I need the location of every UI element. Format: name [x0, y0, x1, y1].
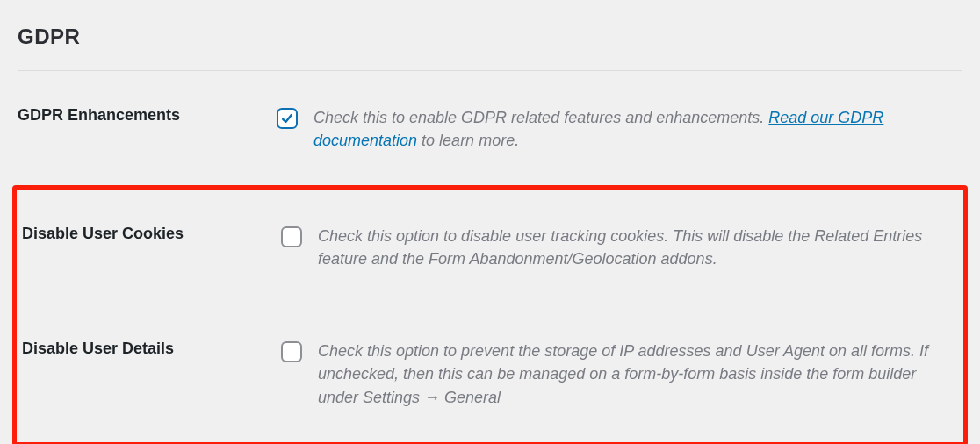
desc-text-before: Check this to enable GDPR related featur…	[313, 109, 768, 126]
section-title: GDPR	[18, 25, 962, 49]
checkbox-wrapper	[277, 106, 313, 129]
desc-disable-user-cookies: Check this option to disable user tracki…	[318, 225, 958, 270]
desc-gdpr-enhancements: Check this to enable GDPR related featur…	[313, 106, 962, 152]
checkbox-wrapper	[281, 225, 318, 247]
row-disable-user-details: Disable User Details Check this option t…	[17, 304, 963, 441]
label-gdpr-enhancements: GDPR Enhancements	[18, 106, 277, 125]
checkbox-disable-user-cookies[interactable]	[281, 226, 302, 247]
row-gdpr-enhancements: GDPR Enhancements Check this to enable G…	[18, 70, 962, 185]
label-disable-user-details: Disable User Details	[22, 340, 281, 358]
check-icon	[280, 111, 294, 125]
desc-text-after: to learn more.	[417, 132, 519, 149]
label-disable-user-cookies: Disable User Cookies	[22, 225, 281, 243]
row-disable-user-cookies: Disable User Cookies Check this option t…	[17, 190, 963, 304]
highlight-box: Disable User Cookies Check this option t…	[12, 185, 968, 444]
checkbox-disable-user-details[interactable]	[281, 341, 302, 362]
desc-disable-user-details: Check this option to prevent the storage…	[318, 340, 958, 408]
checkbox-gdpr-enhancements[interactable]	[277, 108, 298, 129]
checkbox-wrapper	[281, 340, 318, 362]
